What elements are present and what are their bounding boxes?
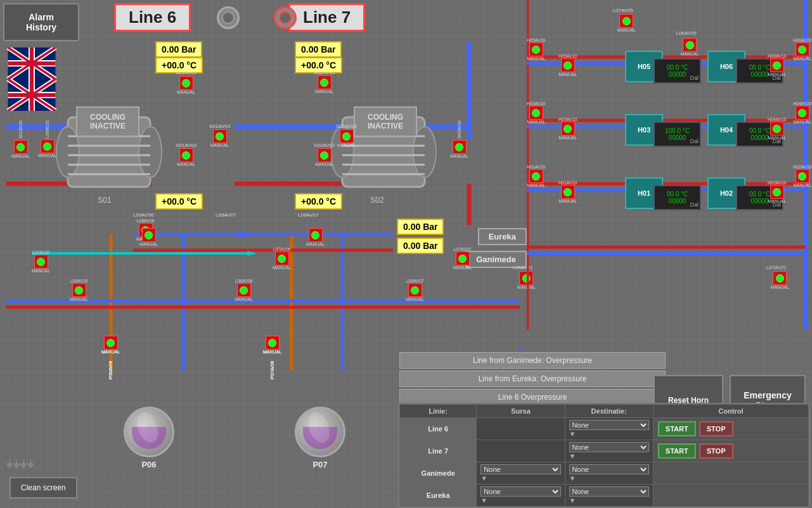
s02av01-manual: MANUAL — [315, 89, 333, 94]
s02av01-valve[interactable]: S02AV01 MANUAL — [314, 70, 335, 94]
row-line7-source — [477, 440, 565, 462]
h01av20-indicator[interactable] — [529, 169, 543, 183]
l08av07-v-indicator[interactable] — [309, 228, 323, 242]
l08av06-v-indicator[interactable] — [142, 228, 156, 242]
l06av20-b-indicator[interactable] — [72, 283, 86, 297]
h04av10-indicator[interactable] — [770, 122, 784, 136]
clean-screen-button[interactable]: Clean screen — [10, 477, 77, 498]
l06av07-indicator[interactable] — [408, 283, 422, 297]
h06av10-valve[interactable]: H06AV10 MANUAL — [768, 54, 786, 77]
pump-p07-vessel — [295, 407, 345, 457]
row-ganimede-source-select[interactable]: None — [480, 464, 560, 474]
s02av20-indicator[interactable] — [453, 140, 467, 154]
h01av20-valve[interactable]: H01AV20 MANUAL — [527, 165, 545, 187]
row-line7-label: Line 7 — [400, 440, 477, 462]
row-eureka-source[interactable]: None ▼ — [477, 485, 565, 507]
s02av02-indicator[interactable] — [318, 148, 332, 162]
pump-p06-label: P06 — [141, 460, 156, 469]
l06av20-b-valve[interactable]: L06AV20 MANUAL — [70, 279, 88, 302]
row-line6-dest[interactable]: None ▼ — [565, 418, 653, 440]
l09av06-label: L09AV06 — [133, 212, 153, 218]
l07av07-indicator[interactable] — [456, 251, 470, 265]
row-line7-dest[interactable]: None ▼ — [565, 440, 653, 462]
h05av10-indicator[interactable] — [561, 58, 575, 72]
svg-text:S01: S01 — [98, 196, 112, 205]
h03av20-indicator[interactable] — [529, 106, 543, 120]
l07av20-indicator[interactable] — [34, 255, 48, 269]
s01av03-manual: MANUAL — [210, 143, 229, 148]
r06av09-valve[interactable]: MANUAL R06AV09 — [101, 336, 120, 379]
s02av20-valve[interactable]: S02AV20 MANUAL — [450, 120, 468, 158]
h01av10-valve[interactable]: H01AV10 MANUAL — [558, 181, 577, 203]
l08av06-v[interactable]: MANUAL — [139, 228, 158, 246]
s01av02-label: S01AV02 — [176, 143, 197, 148]
h02av10-valve[interactable]: H02AV10 MANUAL — [768, 181, 786, 203]
l06av20-valve[interactable]: L06AV20 MANUAL — [38, 120, 56, 158]
s01av20-valve[interactable]: S01AV20 MANUAL — [11, 120, 30, 158]
h04av10-valve[interactable]: H04AV10 MANUAL — [768, 117, 786, 140]
l07av06-valve[interactable]: L07AV06 MANUAL — [273, 247, 291, 270]
h06av10-indicator[interactable] — [770, 58, 784, 72]
row-line7-stop-btn[interactable]: STOP — [699, 443, 733, 459]
s02av03-indicator[interactable] — [340, 129, 354, 143]
l07av06-indicator[interactable] — [275, 251, 289, 265]
cooling-inactive-line6: COOLING INACTIVE — [76, 106, 139, 137]
l06av20-indicator[interactable] — [41, 139, 55, 153]
row-line6-stop-btn[interactable]: STOP — [699, 421, 733, 436]
svg-text:S02: S02 — [370, 196, 384, 205]
l07av07-valve[interactable]: L07AV07 MANUAL — [453, 247, 472, 270]
row-ganimede-source[interactable]: None ▼ — [477, 462, 565, 485]
l06av07-valve[interactable]: L06AV07 MANUAL — [406, 279, 424, 302]
h05av20-valve[interactable]: H05AV20 MANUAL — [527, 38, 545, 61]
row-line6-dest-select[interactable]: None — [569, 420, 649, 430]
s02av02-valve[interactable]: S02AV02 MANUAL — [314, 143, 335, 167]
h05av20-indicator[interactable] — [529, 42, 543, 56]
s02av03-manual: MANUAL — [337, 143, 356, 148]
row-ganimede-dest-select[interactable]: None — [569, 464, 649, 474]
row-eureka-dest-select[interactable]: None — [569, 486, 649, 497]
s01av02-indicator[interactable] — [179, 148, 193, 162]
h04av20-valve[interactable]: H04AV20 MANUAL — [793, 101, 811, 124]
pump-p06-vessel — [124, 407, 174, 457]
h05av10-valve[interactable]: H05AV10 MANUAL — [558, 54, 577, 77]
row-line7-start-btn[interactable]: START — [658, 443, 696, 459]
h01av10-indicator[interactable] — [561, 185, 575, 199]
h06av20-valve[interactable]: H06AV20 MANUAL — [793, 38, 811, 61]
h03av10-indicator[interactable] — [561, 122, 575, 136]
row-eureka-dest[interactable]: None ▼ — [565, 485, 653, 507]
line6-header: Line 6 — [114, 3, 191, 32]
h03av10-valve[interactable]: H03AV10 MANUAL — [558, 117, 577, 140]
table-row: Line 6 None ▼ START STOP — [400, 418, 809, 440]
h05-label: H05 — [638, 63, 650, 70]
row-ganimede-dest[interactable]: None ▼ — [565, 462, 653, 485]
l06av06-indicator[interactable] — [237, 283, 251, 297]
row-line6-source — [477, 418, 565, 440]
row-line7-dest-select[interactable]: None — [569, 442, 649, 452]
row-eureka-source-select[interactable]: None — [480, 486, 560, 497]
h04av20-indicator[interactable] — [796, 106, 809, 120]
s01av01-valve[interactable]: S01AV01 MANUAL — [176, 70, 197, 94]
l06av06-valve[interactable]: L06AV06 MANUAL — [235, 279, 253, 302]
s02av01-indicator[interactable] — [318, 75, 332, 89]
h06av20-indicator[interactable] — [796, 42, 809, 56]
row-line6-start-btn[interactable]: START — [658, 421, 696, 436]
h03av20-valve[interactable]: H03AV20 MANUAL — [527, 101, 545, 124]
s01av02-valve[interactable]: S01AV02 MANUAL — [176, 143, 197, 167]
s01av01-indicator[interactable] — [179, 76, 193, 90]
s01av03-indicator[interactable] — [213, 129, 227, 143]
table-row: Line 7 None ▼ START STOP — [400, 440, 809, 462]
table-row: Ganimede None ▼ None ▼ — [400, 462, 809, 485]
p07av09-valve[interactable]: MANUAL P07AV09 — [263, 336, 281, 379]
hx-right-panel: H05 00.0 °C 00000 Dal H06 00.0 °C 00000 … — [527, 0, 812, 329]
s01av20-indicator[interactable] — [14, 140, 28, 154]
h02-label: H02 — [720, 189, 733, 197]
h02av20-indicator[interactable] — [796, 169, 809, 183]
s01av03-valve[interactable]: S01AV03 MANUAL — [209, 124, 230, 148]
s02av03-valve[interactable]: S02AV03 MANUAL — [336, 124, 357, 148]
h02av20-valve[interactable]: H02AV20 MANUAL — [793, 165, 811, 187]
l07av20-valve[interactable]: L07AV20 MANUAL — [32, 250, 50, 273]
s01av01-manual: MANUAL — [177, 90, 195, 94]
h02av10-indicator[interactable] — [770, 185, 784, 199]
l08av07-v[interactable]: MANUAL — [306, 228, 325, 246]
clean-screen-label: Clean screen — [21, 483, 66, 492]
